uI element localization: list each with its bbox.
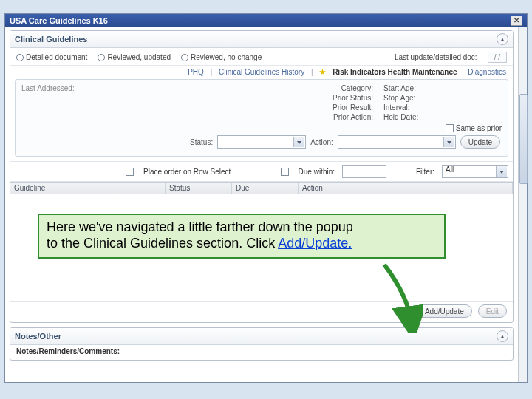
- tab-diagnostics[interactable]: Diagnostics: [466, 68, 508, 76]
- guidelines-window: USA Care Guidelines K16 ✕ Clinical Guide…: [4, 13, 528, 383]
- titlebar: USA Care Guidelines K16 ✕: [5, 14, 527, 27]
- filter-label: Filter:: [416, 168, 434, 176]
- tutorial-callout: Here we've navigated a little farther do…: [38, 214, 446, 259]
- star-icon: ★: [317, 68, 328, 76]
- edit-button[interactable]: Edit: [478, 304, 507, 318]
- notes-title: Notes/Other: [15, 332, 61, 341]
- status-combo[interactable]: [217, 135, 306, 149]
- category-label: Category:: [143, 84, 373, 92]
- window-body: Clinical Guidelines ▲ Detailed document …: [5, 27, 518, 382]
- callout-link: Add/Update.: [278, 236, 352, 250]
- collapse-icon[interactable]: ▲: [497, 330, 508, 342]
- subtabs: PHQ | Clinical Guidelines History | ★ Ri…: [10, 66, 513, 78]
- filter-row: Place order on Row Select Due within: Fi…: [10, 161, 513, 182]
- prior-result-label: Prior Result:: [143, 103, 373, 112]
- filter-combo[interactable]: All: [442, 165, 508, 178]
- radio-detailed[interactable]: Detailed document: [16, 53, 87, 61]
- clinical-guidelines-panel: Clinical Guidelines ▲ Detailed document …: [10, 30, 514, 323]
- detail-subpanel: Last Addressed: Category: Start Age: Pri…: [15, 79, 508, 157]
- last-update-date[interactable]: / /: [488, 52, 507, 63]
- due-within-label: Due within:: [299, 168, 335, 176]
- due-within-checkbox[interactable]: [281, 168, 289, 176]
- action-label: Action:: [310, 138, 333, 146]
- radio-reviewed-nochange[interactable]: Reviewed, no change: [181, 53, 262, 61]
- same-as-prior-checkbox[interactable]: [446, 124, 454, 132]
- close-icon[interactable]: ✕: [511, 16, 522, 26]
- col-due: Due: [232, 183, 299, 194]
- callout-line1: Here we've navigated a little farther do…: [47, 219, 353, 234]
- col-guideline: Guideline: [10, 183, 166, 194]
- last-update-label: Last update/detailed doc:: [395, 53, 477, 61]
- notes-header: Notes/Other ▲: [10, 328, 513, 345]
- place-order-label: Place order on Row Select: [143, 168, 231, 176]
- interval-label: Interval:: [383, 103, 502, 112]
- tab-phq[interactable]: PHQ: [185, 68, 206, 76]
- tab-risk[interactable]: Risk Indicators Health Maintenance: [330, 68, 459, 76]
- stop-age-label: Stop Age:: [383, 94, 502, 102]
- notes-subheading: Notes/Reminders/Comments:: [10, 345, 513, 355]
- tab-history[interactable]: Clinical Guidelines History: [216, 68, 307, 76]
- update-button[interactable]: Update: [460, 135, 500, 149]
- due-within-input[interactable]: [342, 165, 386, 178]
- start-age-label: Start Age:: [383, 84, 502, 92]
- col-action: Action: [299, 183, 513, 194]
- notes-panel: Notes/Other ▲ Notes/Reminders/Comments:: [10, 327, 514, 361]
- window-title: USA Care Guidelines K16: [10, 16, 108, 25]
- doc-status-row: Detailed document Reviewed, updated Revi…: [10, 48, 513, 66]
- prior-action-label: Prior Action:: [143, 113, 373, 121]
- panel-title: Clinical Guidelines: [15, 35, 87, 44]
- status-label: Status:: [190, 138, 213, 146]
- add-update-button[interactable]: Add/Update: [417, 304, 472, 318]
- hold-date-label: Hold Date:: [383, 113, 502, 121]
- panel-header: Clinical Guidelines ▲: [10, 31, 513, 48]
- place-order-checkbox[interactable]: [126, 168, 134, 176]
- last-addressed-label: Last Addressed:: [21, 84, 132, 92]
- action-combo[interactable]: [338, 135, 456, 149]
- collapse-icon[interactable]: ▲: [497, 33, 508, 45]
- callout-line2a: to the Clinical Guidelines section. Clic…: [47, 236, 278, 250]
- same-as-prior-label: Same as prior: [456, 124, 502, 132]
- scrollbar[interactable]: [518, 27, 527, 382]
- radio-reviewed-updated[interactable]: Reviewed, updated: [98, 53, 171, 61]
- table-header: Guideline Status Due Action: [10, 182, 513, 194]
- panel-footer: Add/Update Edit: [10, 301, 513, 322]
- prior-status-label: Prior Status:: [143, 94, 373, 102]
- col-status: Status: [166, 183, 232, 194]
